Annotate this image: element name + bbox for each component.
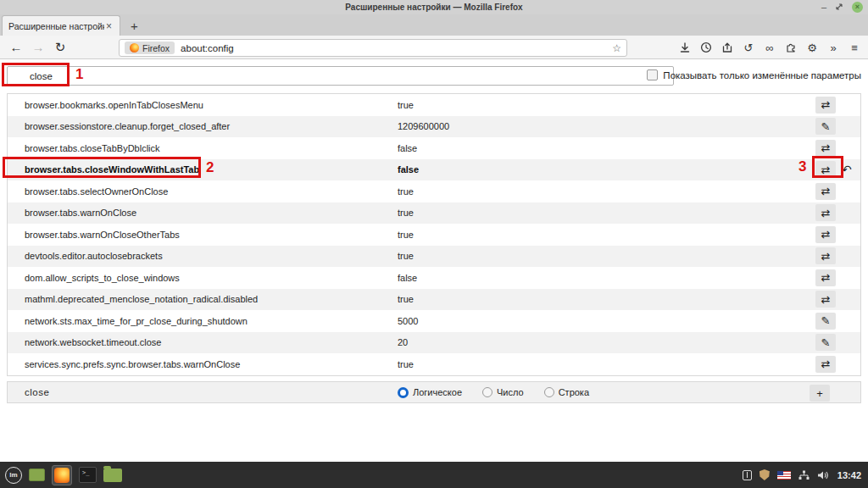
toggle-pref-button[interactable]: ⇄ xyxy=(815,183,836,200)
reload-button[interactable]: ↻ xyxy=(49,40,71,55)
pref-row-actions: ⇄ xyxy=(815,97,856,114)
pref-name: browser.bookmarks.openInTabClosesMenu xyxy=(8,100,398,110)
extensions-button[interactable] xyxy=(784,41,798,54)
forward-button[interactable]: → xyxy=(27,40,49,54)
clock-icon xyxy=(700,42,712,53)
show-modified-label: Показывать только изменённые параметры xyxy=(663,70,861,80)
history-button[interactable] xyxy=(699,41,713,54)
pref-value: true xyxy=(398,208,860,218)
pref-row[interactable]: devtools.editor.autoclosebrackets true ⇄ xyxy=(8,246,860,268)
pref-value: 1209600000 xyxy=(398,121,860,131)
toggle-pref-button[interactable]: ⇄ xyxy=(815,204,836,221)
overflow-menu-button[interactable]: » xyxy=(826,41,840,54)
site-identity-chip[interactable]: Firefox xyxy=(125,42,175,54)
pref-row[interactable]: dom.allow_scripts_to_close_windows false… xyxy=(8,267,860,289)
close-window-button[interactable]: × xyxy=(852,2,863,13)
pref-row-actions: ⇄ xyxy=(815,291,856,308)
pref-name: network.sts.max_time_for_pr_close_during… xyxy=(8,316,398,326)
radio-boolean-icon[interactable] xyxy=(398,387,409,398)
terminal-button[interactable]: >_ xyxy=(79,467,97,483)
edit-pref-button[interactable]: ✎ xyxy=(815,334,836,351)
pref-row[interactable]: network.sts.max_time_for_pr_close_during… xyxy=(8,310,860,332)
new-pref-name: close xyxy=(8,387,398,397)
search-input[interactable] xyxy=(7,66,674,86)
tab-bar: Расширенные настройки × + xyxy=(0,14,868,36)
pref-name: browser.tabs.warnOnCloseOtherTabs xyxy=(8,230,398,240)
show-modified-checkbox[interactable] xyxy=(647,69,658,80)
pref-row-actions: ⇄ xyxy=(815,183,856,200)
firefox-logo-icon xyxy=(130,43,139,53)
toggle-pref-button[interactable]: ⇄ xyxy=(815,291,836,308)
mint-menu-button[interactable]: lm xyxy=(5,467,22,484)
radio-string-icon[interactable] xyxy=(544,387,554,397)
toggle-pref-button[interactable]: ⇄ xyxy=(815,97,836,114)
volume-tray-icon[interactable] xyxy=(817,470,828,480)
back-button[interactable]: ← xyxy=(5,40,27,54)
minimize-button[interactable]: – xyxy=(821,1,826,13)
firewall-shield-icon[interactable] xyxy=(760,469,770,480)
tab-close-button[interactable]: × xyxy=(104,20,114,32)
toggle-pref-button[interactable]: ⇄ xyxy=(815,161,836,178)
tab-label: Расширенные настройки xyxy=(8,21,104,31)
pref-value: false xyxy=(398,273,860,283)
sync-button[interactable]: ∞ xyxy=(763,41,776,54)
files-button[interactable] xyxy=(103,469,122,482)
pref-row[interactable]: services.sync.prefs.sync.browser.tabs.wa… xyxy=(8,353,860,375)
undo-button[interactable]: ↶ xyxy=(842,162,854,177)
toggle-pref-button[interactable]: ⇄ xyxy=(815,226,836,243)
pref-value: true xyxy=(398,100,860,110)
toggle-pref-button[interactable]: ⇄ xyxy=(815,247,836,264)
pref-value: true xyxy=(398,251,860,261)
url-bar[interactable]: Firefox about:config ☆ xyxy=(119,39,627,57)
pref-value: false xyxy=(398,164,860,175)
pref-name: browser.sessionstore.cleanup.forget_clos… xyxy=(8,121,398,131)
maximize-button[interactable] xyxy=(835,3,843,11)
pref-row[interactable]: browser.tabs.warnOnCloseOtherTabs true ⇄ xyxy=(8,224,860,246)
bookmark-star-icon[interactable]: ☆ xyxy=(612,42,621,54)
pref-row[interactable]: browser.tabs.warnOnClose true ⇄ xyxy=(8,202,860,225)
tab-advanced-settings[interactable]: Расширенные настройки × xyxy=(2,15,120,36)
pref-row[interactable]: browser.sessionstore.cleanup.forget_clos… xyxy=(8,116,860,138)
type-boolean-option[interactable]: Логическое xyxy=(398,387,462,398)
toggle-pref-button[interactable]: ⇄ xyxy=(815,356,836,373)
type-number-option[interactable]: Число xyxy=(482,387,524,397)
pref-value: true xyxy=(398,294,860,304)
session-restore-button[interactable]: ↺ xyxy=(742,41,755,54)
pref-row[interactable]: browser.tabs.selectOwnerOnClose true ⇄ xyxy=(8,180,860,202)
pref-value: true xyxy=(398,186,860,197)
pref-row[interactable]: network.websocket.timeout.close 20 ✎ xyxy=(8,332,860,354)
taskbar-clock[interactable]: 13:42 xyxy=(837,470,861,480)
update-manager-icon[interactable] xyxy=(743,470,752,480)
show-desktop-button[interactable] xyxy=(29,469,45,481)
type-string-label: Строка xyxy=(559,387,589,397)
about-config-page: Показывать только изменённые параметры b… xyxy=(0,59,868,462)
pref-value: true xyxy=(398,230,860,240)
toggle-pref-button[interactable]: ⇄ xyxy=(815,140,836,157)
pref-row[interactable]: mathml.deprecated_menclose_notation_radi… xyxy=(8,289,860,311)
pref-row-actions: ⇄ xyxy=(815,140,856,157)
keyboard-layout-flag-icon[interactable] xyxy=(777,471,791,480)
firefox-taskbar-button[interactable] xyxy=(52,465,72,485)
pref-name: browser.tabs.warnOnClose xyxy=(8,208,398,218)
window-titlebar: Расширенные настройки — Mozilla Firefox … xyxy=(0,0,868,14)
type-number-label: Число xyxy=(497,387,524,397)
radio-number-icon[interactable] xyxy=(482,387,492,397)
pref-row[interactable]: browser.tabs.closeWindowWithLastTab fals… xyxy=(8,159,860,181)
maximize-icon xyxy=(835,3,843,11)
add-pref-button[interactable]: + xyxy=(810,385,830,402)
pref-row-actions: ✎ xyxy=(815,313,856,330)
edit-pref-button[interactable]: ✎ xyxy=(815,118,836,135)
network-tray-icon[interactable] xyxy=(798,470,810,480)
pref-row[interactable]: browser.tabs.closeTabByDblclick false ⇄ xyxy=(8,137,860,159)
type-string-option[interactable]: Строка xyxy=(544,387,589,397)
downloads-button[interactable] xyxy=(678,41,692,54)
speaker-icon xyxy=(817,470,828,480)
new-tab-button[interactable]: + xyxy=(131,19,138,33)
app-menu-button[interactable]: ≡ xyxy=(848,41,861,54)
save-page-button[interactable] xyxy=(721,41,734,54)
pref-row[interactable]: browser.bookmarks.openInTabClosesMenu tr… xyxy=(8,94,860,116)
new-pref-type-group: Логическое Число Строка xyxy=(398,387,860,398)
settings-button[interactable]: ⚙ xyxy=(805,41,819,54)
edit-pref-button[interactable]: ✎ xyxy=(815,313,836,330)
toggle-pref-button[interactable]: ⇄ xyxy=(815,269,836,286)
